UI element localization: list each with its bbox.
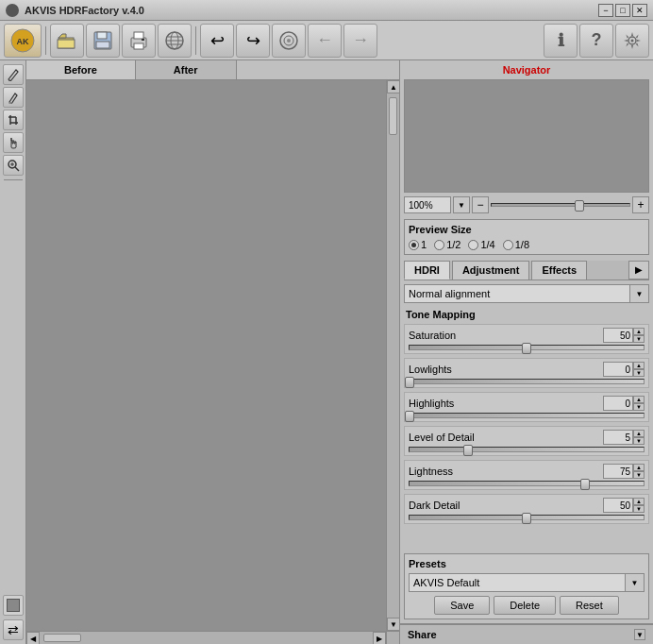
zoom-dropdown[interactable]: ▼ [453, 196, 470, 213]
forward-btn[interactable]: → [343, 24, 377, 58]
presets-reset-btn[interactable]: Reset [560, 596, 619, 615]
zoom-input[interactable] [404, 196, 451, 213]
zoom-tool[interactable] [3, 155, 24, 176]
lowlights-thumb[interactable] [405, 377, 414, 388]
lightness-up[interactable]: ▲ [633, 464, 645, 471]
open-btn[interactable] [50, 24, 84, 58]
lowlights-track[interactable] [409, 379, 645, 384]
saturation-up[interactable]: ▲ [633, 328, 645, 335]
lightness-thumb[interactable] [580, 479, 590, 490]
back-btn[interactable]: ← [308, 24, 342, 58]
dark-detail-value[interactable]: 50 [603, 498, 633, 513]
scroll-right-btn[interactable]: ▶ [373, 632, 386, 644]
radio-eighth[interactable] [503, 240, 513, 250]
saturation-track[interactable] [409, 345, 645, 350]
alignment-dropdown-arrow[interactable]: ▼ [630, 284, 649, 303]
save-btn[interactable] [86, 24, 120, 58]
radio-1[interactable] [409, 240, 419, 250]
level-of-detail-value[interactable]: 5 [603, 430, 633, 445]
lightness-value[interactable]: 75 [603, 464, 633, 479]
zoom-slider[interactable] [491, 203, 630, 207]
tab-before[interactable]: Before [26, 60, 136, 79]
panel-tab-arrow[interactable]: ▶ [628, 261, 649, 280]
level-of-detail-label: Level of Detail [409, 432, 475, 443]
level-of-detail-thumb[interactable] [463, 445, 473, 456]
panel-content: Normal alignment ▼ Tone Mapping Saturati… [400, 280, 653, 550]
undo-btn[interactable]: ↩ [200, 24, 234, 58]
tab-hdri[interactable]: HDRI [404, 261, 450, 280]
preview-option-half[interactable]: 1/2 [434, 239, 460, 250]
highlights-value[interactable]: 0 [603, 396, 633, 411]
radio-quarter[interactable] [468, 240, 478, 250]
minimize-btn[interactable]: − [598, 4, 613, 17]
pencil-tool[interactable] [3, 64, 24, 85]
zoom-minus-btn[interactable]: − [472, 196, 489, 213]
highlights-down[interactable]: ▼ [633, 403, 645, 411]
settings-btn[interactable] [615, 24, 649, 58]
lowlights-value[interactable]: 0 [603, 362, 633, 377]
presets-dropdown-arrow[interactable]: ▼ [626, 573, 645, 592]
dark-detail-down[interactable]: ▼ [633, 505, 645, 513]
alignment-dropdown[interactable]: Normal alignment [404, 284, 630, 303]
dark-detail-thumb[interactable] [522, 513, 531, 524]
preview-option-eighth[interactable]: 1/8 [503, 239, 529, 250]
web-btn[interactable] [158, 24, 192, 58]
share-label: Share [408, 629, 437, 640]
lightness-down[interactable]: ▼ [633, 471, 645, 479]
close-btn[interactable]: ✕ [632, 4, 647, 17]
level-of-detail-down[interactable]: ▼ [633, 437, 645, 445]
scroll-left-btn[interactable]: ◀ [26, 632, 40, 644]
brush-tool[interactable] [3, 87, 24, 108]
lowlights-up[interactable]: ▲ [633, 362, 645, 369]
presets-dropdown[interactable]: AKVIS Default [409, 573, 626, 592]
label-half: 1/2 [446, 239, 460, 250]
target-btn[interactable] [272, 24, 306, 58]
horizontal-scrollbar[interactable]: ◀ ▶ [26, 631, 386, 644]
sep2 [195, 26, 196, 55]
scroll-up-btn[interactable]: ▲ [387, 80, 399, 93]
presets-delete-btn[interactable]: Delete [494, 596, 556, 615]
color-box[interactable] [3, 595, 24, 616]
tab-adjustment[interactable]: Adjustment [452, 261, 530, 280]
level-of-detail-up[interactable]: ▲ [633, 430, 645, 437]
left-tools: ⇄ [0, 60, 26, 644]
lowlights-down[interactable]: ▼ [633, 369, 645, 377]
vertical-scrollbar[interactable]: ▲ ▼ [386, 80, 399, 631]
saturation-value[interactable]: 50 [603, 328, 633, 343]
level-of-detail-track[interactable] [409, 447, 645, 452]
share-scroll-btn[interactable]: ▼ [634, 629, 645, 640]
dark-detail-track[interactable] [409, 515, 645, 520]
swap-tool[interactable]: ⇄ [3, 619, 24, 640]
zoom-plus-btn[interactable]: + [632, 196, 649, 213]
saturation-down[interactable]: ▼ [633, 335, 645, 343]
highlights-track[interactable] [409, 413, 645, 418]
scroll-v-thumb[interactable] [389, 97, 397, 135]
tab-after[interactable]: After [136, 60, 237, 79]
help-btn[interactable]: ? [579, 24, 613, 58]
slider-level-of-detail: Level of Detail 5 ▲ ▼ [404, 426, 649, 456]
zoom-slider-thumb[interactable] [575, 200, 584, 212]
radio-half[interactable] [434, 240, 444, 250]
dark-detail-up[interactable]: ▲ [633, 498, 645, 505]
scroll-down-btn[interactable]: ▼ [387, 618, 399, 631]
alignment-dropdown-row: Normal alignment ▼ [404, 284, 649, 303]
print-btn[interactable] [122, 24, 156, 58]
navigator-preview [404, 79, 649, 193]
presets-save-btn[interactable]: Save [434, 596, 490, 615]
lightness-track[interactable] [409, 481, 645, 486]
hand-tool[interactable] [3, 132, 24, 153]
highlights-thumb[interactable] [405, 411, 414, 422]
restore-btn[interactable]: □ [615, 4, 630, 17]
logo-btn[interactable]: AK [4, 24, 42, 58]
crop-tool[interactable] [3, 110, 24, 130]
preview-option-quarter[interactable]: 1/4 [468, 239, 494, 250]
info-btn[interactable]: ℹ [544, 24, 578, 58]
saturation-thumb[interactable] [522, 343, 531, 354]
lightness-value-box: 75 ▲ ▼ [603, 464, 645, 479]
tab-effects[interactable]: Effects [531, 261, 587, 280]
highlights-up[interactable]: ▲ [633, 396, 645, 403]
scroll-h-thumb[interactable] [43, 634, 81, 642]
redo-btn[interactable]: ↪ [236, 24, 270, 58]
preview-option-1[interactable]: 1 [409, 239, 427, 250]
label-eighth: 1/8 [515, 239, 529, 250]
